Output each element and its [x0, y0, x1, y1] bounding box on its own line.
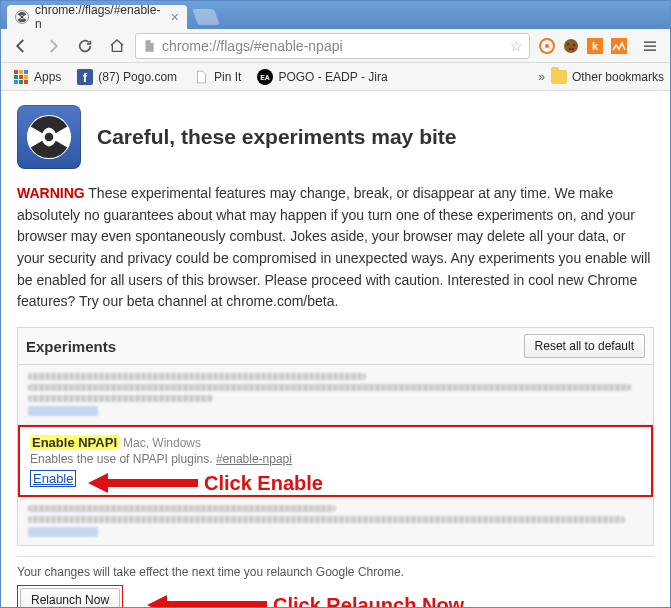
- ext-icon-4[interactable]: [610, 37, 628, 55]
- other-bookmarks-label: Other bookmarks: [572, 70, 664, 84]
- bookmark-item-2[interactable]: EA POGO - EADP - Jira: [251, 66, 393, 88]
- warning-text: These experimental features may change, …: [17, 185, 650, 309]
- svg-rect-19: [19, 75, 23, 79]
- svg-text:f: f: [83, 70, 88, 85]
- ext-icon-2[interactable]: [562, 37, 580, 55]
- reload-button[interactable]: [71, 32, 99, 60]
- toolbar: chrome://flags/#enable-npapi ☆ k: [1, 29, 670, 63]
- tab-close-icon[interactable]: ×: [171, 10, 179, 24]
- relaunch-message: Your changes will take effect the next t…: [17, 565, 654, 579]
- svg-marker-31: [147, 595, 267, 608]
- folder-icon: [551, 70, 567, 84]
- home-button[interactable]: [103, 32, 131, 60]
- svg-rect-14: [644, 49, 656, 51]
- svg-rect-17: [24, 70, 28, 74]
- experiment-item-blurred: [18, 365, 653, 425]
- annotation-click-enable: Click Enable: [88, 471, 323, 495]
- svg-rect-13: [644, 45, 656, 47]
- relaunch-button[interactable]: Relaunch Now: [20, 588, 120, 608]
- other-bookmarks[interactable]: Other bookmarks: [551, 70, 664, 84]
- page-icon: [193, 69, 209, 85]
- flag-platforms: Mac, Windows: [123, 436, 201, 450]
- experiments-heading: Experiments: [26, 338, 116, 355]
- svg-point-1: [21, 16, 24, 19]
- warning-label: WARNING: [17, 185, 85, 201]
- svg-point-29: [45, 133, 54, 142]
- bookmark-label: (87) Pogo.com: [98, 70, 177, 84]
- relaunch-footer: Your changes will take effect the next t…: [17, 556, 654, 608]
- svg-point-8: [572, 48, 574, 50]
- ea-icon: EA: [257, 69, 273, 85]
- bookmark-star-icon[interactable]: ☆: [510, 38, 523, 54]
- svg-rect-22: [19, 80, 23, 84]
- flag-name: Enable NPAPI: [30, 435, 119, 450]
- url-text: chrome://flags/#enable-npapi: [162, 38, 506, 54]
- back-button[interactable]: [7, 32, 35, 60]
- annotation-relaunch-text: Click Relaunch Now: [273, 594, 464, 608]
- svg-point-6: [573, 44, 575, 46]
- apps-icon: [13, 69, 29, 85]
- bookmark-label: POGO - EADP - Jira: [278, 70, 387, 84]
- browser-tab[interactable]: chrome://flags/#enable-n ×: [7, 5, 187, 29]
- svg-rect-12: [644, 41, 656, 43]
- tab-title: chrome://flags/#enable-n: [35, 3, 161, 31]
- hazard-favicon-icon: [15, 10, 29, 24]
- hazard-hero-icon: [17, 105, 81, 169]
- warning-paragraph: WARNING These experimental features may …: [17, 183, 654, 313]
- page-content: Careful, these experiments may bite WARN…: [1, 91, 670, 608]
- flag-anchor: #enable-npapi: [216, 452, 292, 466]
- bookmark-bar: Apps f (87) Pogo.com Pin It EA POGO - EA…: [1, 63, 670, 91]
- address-bar[interactable]: chrome://flags/#enable-npapi ☆: [135, 33, 530, 59]
- svg-text:EA: EA: [261, 74, 271, 81]
- svg-rect-20: [24, 75, 28, 79]
- svg-point-4: [564, 39, 578, 53]
- svg-text:k: k: [592, 40, 599, 52]
- svg-point-7: [569, 48, 571, 50]
- svg-point-3: [545, 44, 549, 48]
- svg-rect-23: [24, 80, 28, 84]
- svg-point-5: [567, 43, 569, 45]
- experiment-item-blurred: [18, 497, 653, 545]
- bookmark-label: Pin It: [214, 70, 241, 84]
- flag-description: Enables the use of NPAPI plugins.: [30, 452, 216, 466]
- new-tab-button[interactable]: [192, 9, 220, 25]
- experiment-enable-npapi: Enable NPAPIMac, Windows Enables the use…: [18, 425, 653, 497]
- arrow-left-icon: [147, 593, 267, 608]
- tab-strip: chrome://flags/#enable-n ×: [1, 1, 670, 29]
- svg-rect-15: [14, 70, 18, 74]
- svg-rect-16: [19, 70, 23, 74]
- annotation-click-relaunch: Click Relaunch Now: [147, 593, 464, 608]
- arrow-left-icon: [88, 471, 198, 495]
- ext-icon-3[interactable]: k: [586, 37, 604, 55]
- forward-button[interactable]: [39, 32, 67, 60]
- extension-icons: k: [534, 37, 632, 55]
- bookmark-overflow-button[interactable]: »: [532, 70, 551, 84]
- experiments-header: Experiments Reset all to default: [17, 327, 654, 365]
- ext-icon-1[interactable]: [538, 37, 556, 55]
- svg-marker-30: [88, 473, 198, 493]
- facebook-icon: f: [77, 69, 93, 85]
- bookmark-item-1[interactable]: Pin It: [187, 66, 247, 88]
- page-title: Careful, these experiments may bite: [97, 125, 456, 149]
- svg-rect-21: [14, 80, 18, 84]
- reset-all-button[interactable]: Reset all to default: [524, 334, 645, 358]
- apps-label: Apps: [34, 70, 61, 84]
- svg-rect-18: [14, 75, 18, 79]
- bookmark-item-0[interactable]: f (87) Pogo.com: [71, 66, 183, 88]
- annotation-enable-text: Click Enable: [204, 472, 323, 495]
- chrome-menu-button[interactable]: [636, 32, 664, 60]
- apps-shortcut[interactable]: Apps: [7, 66, 67, 88]
- enable-link[interactable]: Enable: [30, 470, 76, 487]
- page-icon: [142, 39, 156, 53]
- experiments-list: Enable NPAPIMac, Windows Enables the use…: [17, 365, 654, 546]
- svg-rect-11: [611, 38, 627, 54]
